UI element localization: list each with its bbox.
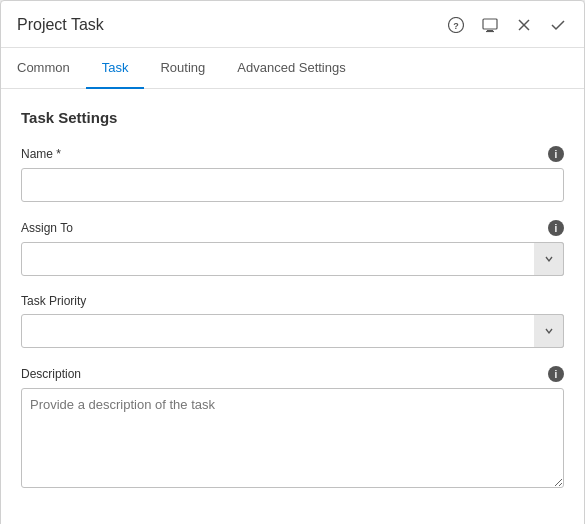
- name-input[interactable]: [21, 168, 564, 202]
- assign-to-select-wrapper: [21, 242, 564, 276]
- description-label: Description: [21, 367, 81, 381]
- description-field-group: Description i: [21, 366, 564, 492]
- close-icon[interactable]: [514, 15, 534, 35]
- tab-advanced-settings[interactable]: Advanced Settings: [221, 48, 361, 89]
- description-label-row: Description i: [21, 366, 564, 382]
- assign-to-info-icon[interactable]: i: [548, 220, 564, 236]
- project-task-window: Project Task ?: [0, 0, 585, 524]
- tab-common[interactable]: Common: [17, 48, 86, 89]
- assign-to-label: Assign To: [21, 221, 73, 235]
- titlebar: Project Task ?: [1, 1, 584, 48]
- window-title: Project Task: [17, 16, 104, 34]
- confirm-icon[interactable]: [548, 15, 568, 35]
- svg-text:?: ?: [453, 21, 459, 31]
- description-info-icon[interactable]: i: [548, 366, 564, 382]
- task-priority-field-group: Task Priority: [21, 294, 564, 348]
- help-icon[interactable]: ?: [446, 15, 466, 35]
- description-textarea[interactable]: [21, 388, 564, 488]
- task-priority-select[interactable]: [21, 314, 564, 348]
- name-label: Name *: [21, 147, 61, 161]
- assign-to-field-group: Assign To i: [21, 220, 564, 276]
- name-info-icon[interactable]: i: [548, 146, 564, 162]
- task-priority-label-row: Task Priority: [21, 294, 564, 308]
- svg-rect-2: [483, 19, 497, 29]
- tab-task[interactable]: Task: [86, 48, 145, 89]
- section-title: Task Settings: [21, 109, 564, 126]
- tab-routing[interactable]: Routing: [144, 48, 221, 89]
- assign-to-label-row: Assign To i: [21, 220, 564, 236]
- task-priority-label: Task Priority: [21, 294, 86, 308]
- name-field-group: Name * i: [21, 146, 564, 202]
- titlebar-actions: ?: [446, 15, 568, 35]
- task-priority-select-wrapper: [21, 314, 564, 348]
- monitor-icon[interactable]: [480, 15, 500, 35]
- name-label-row: Name * i: [21, 146, 564, 162]
- assign-to-select[interactable]: [21, 242, 564, 276]
- tabs-bar: Common Task Routing Advanced Settings: [1, 48, 584, 89]
- content-area: Task Settings Name * i Assign To i: [1, 89, 584, 524]
